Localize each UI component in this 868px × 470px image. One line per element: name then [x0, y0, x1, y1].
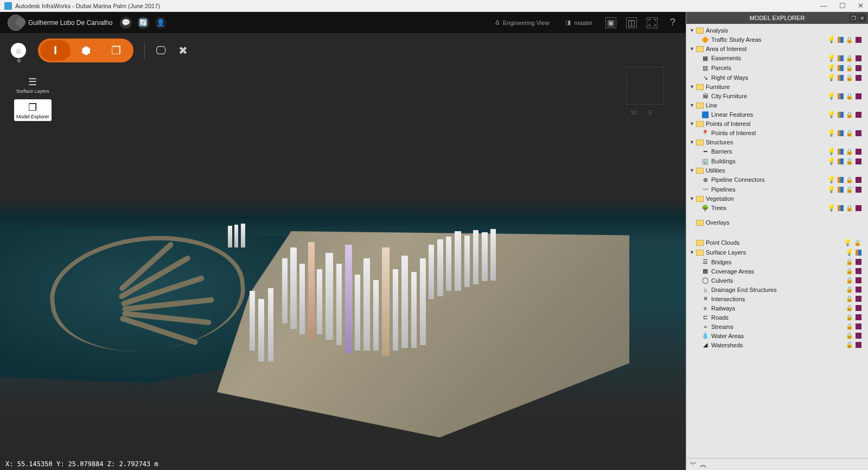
tree-item[interactable]: ⌂Drainage End Structures🔒	[687, 285, 867, 294]
color-swatch[interactable]	[856, 277, 861, 283]
display-mode-icon[interactable]	[838, 158, 844, 164]
3d-viewport[interactable]: ⌂ I ⬢ ❐ 🖵 ✖ ⚙ ☰ Surface Layers ❐ Model	[0, 33, 686, 470]
color-swatch[interactable]	[856, 205, 861, 211]
visibility-bulb-icon[interactable]: 💡	[827, 111, 835, 118]
caret-icon[interactable]: ▼	[690, 28, 695, 33]
tree-item[interactable]: 🟦Linear Features💡🔒	[687, 110, 867, 119]
lock-icon[interactable]: 🔒	[846, 148, 853, 155]
tree-item[interactable]: ⊕Pipeline Connectors💡🔒	[687, 175, 867, 185]
display-mode-icon[interactable]	[838, 112, 844, 118]
caret-icon[interactable]: ▼	[690, 139, 695, 145]
tree-item[interactable]: ⊏Roads🔒	[687, 313, 867, 322]
lock-icon[interactable]: 🔒	[846, 341, 853, 348]
color-swatch[interactable]	[856, 55, 861, 61]
lock-icon[interactable]: 🔒	[846, 55, 853, 62]
home-button[interactable]: ⌂	[11, 43, 26, 58]
close-button[interactable]: ✕	[858, 2, 864, 10]
color-swatch[interactable]	[856, 187, 861, 193]
display-mode-icon[interactable]	[838, 37, 844, 43]
visibility-bulb-icon[interactable]: 💡	[827, 148, 835, 155]
view-cube[interactable]	[626, 67, 664, 105]
chat-icon[interactable]: 💬	[120, 17, 132, 29]
present-icon[interactable]: ▣	[605, 17, 616, 28]
lock-icon[interactable]: 🔒	[846, 93, 853, 100]
caret-icon[interactable]: ▼	[690, 84, 695, 90]
visibility-bulb-icon[interactable]: 💡	[844, 239, 852, 246]
tree-item[interactable]: ▥Parcels💡🔒	[687, 63, 867, 73]
tree-item[interactable]: ━Barriers💡🔒	[687, 147, 867, 156]
lock-icon[interactable]: 🔒	[846, 205, 853, 212]
lock-icon[interactable]: 🔒	[846, 158, 853, 165]
lock-icon[interactable]: 🔒	[846, 268, 853, 275]
surface-layers-tool[interactable]: ☰ Surface Layers	[16, 75, 49, 94]
visibility-bulb-icon[interactable]: 💡	[827, 204, 835, 212]
user-avatar[interactable]	[8, 15, 24, 31]
tree-group[interactable]: ▼Utilities	[687, 166, 867, 175]
panel-icon[interactable]: ◫	[626, 17, 637, 28]
color-swatch[interactable]	[856, 37, 861, 43]
mode-layers-button[interactable]: ❐	[101, 40, 131, 61]
visibility-bulb-icon[interactable]: 💡	[827, 157, 835, 165]
display-mode-icon[interactable]	[838, 177, 844, 183]
tree-group[interactable]: ▼Point Clouds💡🔒	[687, 238, 867, 247]
color-swatch[interactable]	[856, 65, 861, 71]
color-swatch[interactable]	[856, 259, 861, 265]
lock-icon[interactable]: 🔒	[846, 286, 853, 293]
tree-item[interactable]: ▦Easements💡🔒	[687, 53, 867, 63]
tree-group[interactable]: ▼Surface Layers💡	[687, 247, 867, 257]
color-swatch[interactable]	[856, 268, 861, 274]
add-person-icon[interactable]: 👤	[155, 17, 167, 29]
lock-icon[interactable]: 🔒	[846, 332, 853, 339]
maximize-button[interactable]: ☐	[839, 2, 846, 10]
panel-close-icon[interactable]: ✕	[858, 14, 866, 22]
mode-infraworks-button[interactable]: I	[40, 40, 71, 61]
visibility-bulb-icon[interactable]: 💡	[827, 186, 835, 193]
display-mode-icon[interactable]	[838, 130, 844, 136]
color-swatch[interactable]	[856, 130, 861, 136]
mode-model-button[interactable]: ⬢	[71, 40, 101, 61]
branch-selector[interactable]: ◨ master	[565, 19, 592, 26]
model-explorer-tool[interactable]: ❐ Model Explorer	[14, 99, 52, 121]
color-swatch[interactable]	[856, 342, 861, 348]
tree-item[interactable]: 〰Pipelines💡🔒	[687, 185, 867, 194]
tree-item[interactable]: ≈Streams🔒	[687, 322, 867, 331]
lock-icon[interactable]: 🔒	[854, 239, 861, 246]
tree-item[interactable]: 🔶Traffic Study Areas💡🔒	[687, 35, 867, 45]
lock-icon[interactable]: 🔒	[846, 258, 853, 265]
caret-icon[interactable]: ▼	[690, 46, 695, 52]
tree-item[interactable]: 📍Points of Interest💡🔒	[687, 128, 867, 138]
minimize-button[interactable]: —	[820, 2, 827, 10]
tree-view[interactable]: ▼Analysis🔶Traffic Study Areas💡🔒▼Area of …	[686, 24, 868, 458]
lock-icon[interactable]: 🔒	[846, 74, 853, 81]
tree-group[interactable]: ▼Area of Interest	[687, 45, 867, 53]
display-mode-icon[interactable]	[838, 93, 844, 99]
lock-icon[interactable]: 🔒	[846, 323, 853, 330]
lock-icon[interactable]: 🔒	[846, 176, 853, 183]
tree-group[interactable]: ▼Vegetation	[687, 194, 867, 203]
display-mode-icon[interactable]	[838, 205, 844, 211]
tree-group[interactable]: ▼Line	[687, 101, 867, 110]
lock-icon[interactable]: 🔒	[846, 111, 853, 118]
visibility-bulb-icon[interactable]: 💡	[827, 129, 835, 137]
tree-group[interactable]: ▼Analysis	[687, 26, 867, 35]
tree-group[interactable]: ▼Furniture	[687, 82, 867, 91]
color-swatch[interactable]	[856, 333, 861, 339]
lock-icon[interactable]: 🔒	[846, 36, 853, 43]
color-swatch[interactable]	[856, 323, 861, 329]
color-swatch[interactable]	[856, 287, 861, 293]
color-swatch[interactable]	[856, 149, 861, 155]
color-swatch[interactable]	[856, 177, 861, 183]
fullscreen-icon[interactable]: ⛶	[647, 17, 658, 28]
visibility-bulb-icon[interactable]: 💡	[827, 64, 835, 72]
lock-icon[interactable]: 🔒	[846, 304, 853, 312]
tools-icon[interactable]: ✖	[178, 44, 188, 57]
color-swatch[interactable]	[856, 93, 861, 99]
color-swatch[interactable]	[856, 296, 861, 302]
display-mode-icon[interactable]	[856, 250, 861, 256]
lock-icon[interactable]: 🔒	[846, 295, 853, 302]
lock-icon[interactable]: 🔒	[846, 277, 853, 284]
tree-item[interactable]: ≡Railways🔒	[687, 303, 867, 313]
home-settings-gear-icon[interactable]: ⚙	[17, 58, 21, 63]
tree-item[interactable]: ◯Culverts🔒	[687, 276, 867, 285]
compass-indicator[interactable]: W S	[631, 109, 652, 117]
